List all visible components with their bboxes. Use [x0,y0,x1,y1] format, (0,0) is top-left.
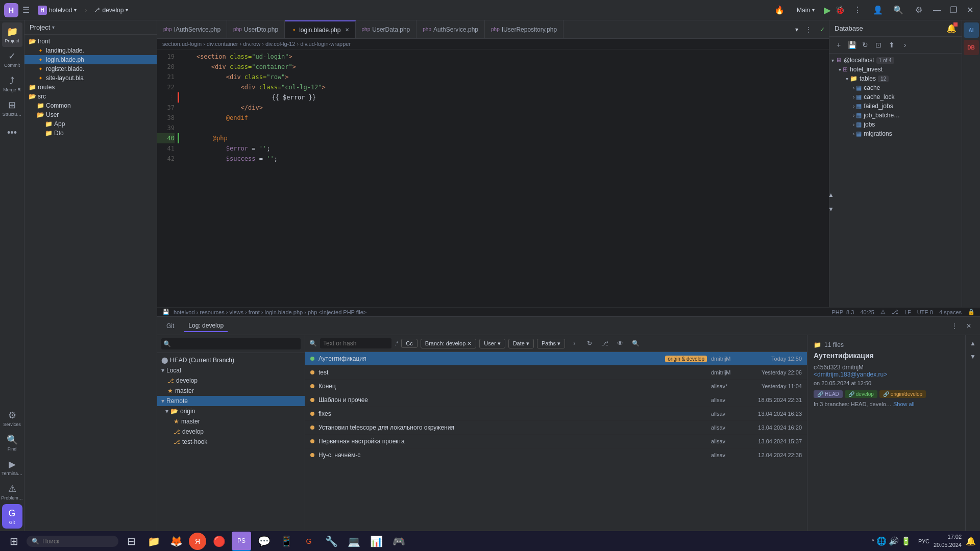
db-schema-item[interactable]: ▾ ⊞ hotel_invest [829,65,962,74]
sidebar-item-project[interactable]: 📁 Project [2,22,22,47]
tab-iuserrepo[interactable]: php IUserRepository.php [485,20,564,39]
paths-filter-button[interactable]: Paths ▾ [537,339,565,348]
commit-row[interactable]: Аутентификация origin & develop dmitrijM… [305,352,807,366]
sidebar-item-git[interactable]: G Git [2,504,22,529]
taskbar-explorer[interactable]: 📁 [144,532,163,551]
taskbar-search-box[interactable]: 🔍 [27,536,118,547]
main-run-selector[interactable]: Main ▾ [792,5,820,16]
branch-filter-button[interactable]: Branch: develop ✕ [421,339,477,348]
git-branch-master[interactable]: ★ master [157,386,305,396]
tabs-more-icon[interactable]: ⋮ [801,26,816,33]
cc-filter-button[interactable]: Cc [401,339,417,348]
tree-item-dto[interactable]: 📁 Dto [24,129,157,138]
sidebar-item-terminal[interactable]: ▶ Termina… [2,455,22,480]
tabs-overflow[interactable]: ▾ [792,26,801,33]
tree-item-user[interactable]: 📂 User [24,110,157,119]
db-tables-folder[interactable]: ▾ 📁 tables 12 [829,74,962,83]
eye-icon[interactable]: 👁 [614,337,626,349]
git-panel-down-icon[interactable]: ▼ [967,350,979,363]
commit-row[interactable]: Первичная настройка проекта allsav 13.04… [305,435,807,448]
git-log-search-input[interactable] [320,338,391,348]
db-notif-icon[interactable]: 🔔 [946,23,957,33]
debug-button[interactable]: 🐞 [835,5,845,15]
search-icon[interactable]: 🔍 [890,2,906,18]
db-datasource-icon[interactable]: 💾 [846,39,858,51]
run-button[interactable]: ▶ [824,5,831,16]
taskbar-excel[interactable]: 📊 [366,532,386,551]
taskbar-terminal[interactable]: 🔧 [322,532,341,551]
git-remote-section[interactable]: ▾ Remote [157,396,305,406]
db-table-jobs[interactable]: › ▦ jobs [829,120,962,129]
tab-close-icon[interactable]: ✕ [345,27,349,33]
profile-icon[interactable]: 👤 [870,2,886,18]
sidebar-item-commit[interactable]: ✓ Commit [2,47,22,71]
tab-userdata[interactable]: php UserData.php [356,20,417,39]
bottom-close-icon[interactable]: ✕ [963,320,975,332]
db-more-icon[interactable]: › [899,39,911,51]
git-origin-develop[interactable]: ⎇ develop [157,427,305,437]
git-origin-item[interactable]: ▾ 📂 origin [157,406,305,416]
branch-filter-close[interactable]: ✕ [467,340,472,346]
taskbar-firefox[interactable]: 🦊 [166,532,186,551]
sidebar-item-find[interactable]: 🔍 Find [2,431,22,455]
git-search-input[interactable] [161,338,301,349]
commit-row[interactable]: Шаблон и прочее allsav 18.05.2024 22:31 [305,393,807,407]
taskbar-app-extra[interactable]: 🎮 [389,532,408,551]
tree-item-login[interactable]: 🔸 login.blade.ph [24,55,157,64]
project-selector[interactable]: H hotelvod ▾ [34,4,81,17]
sidebar-item-more[interactable]: ••• [2,120,22,145]
taskbar-search-input[interactable] [42,538,104,545]
volume-icon[interactable]: 🔊 [889,536,899,546]
commit-row[interactable]: Установил telescope для локального окруж… [305,421,807,435]
db-refresh-icon[interactable]: ↻ [859,39,871,51]
cherry-pick-icon[interactable]: ⎇ [599,337,611,349]
windows-start-button[interactable]: ⊞ [4,532,23,551]
db-table-cache-lock[interactable]: › ▦ cache_lock [829,92,962,102]
tree-item-routes[interactable]: 📁 routes [24,83,157,92]
tree-item-src[interactable]: 📂 src [24,92,157,101]
tree-item-site-layout[interactable]: 🔸 site-layout.bla [24,73,157,83]
ai-quick-button[interactable]: AI [964,22,979,38]
bottom-tab-git[interactable]: Git [162,320,178,332]
git-local-section[interactable]: ▾ Local [157,365,305,375]
commit-row[interactable]: Ну-с, начнём-с allsav 12.04.2024 22:38 [305,448,807,462]
git-origin-master[interactable]: ★ master [157,416,305,427]
db-table-job-batche[interactable]: › ▦ job_batche… [829,111,962,120]
more-options-icon[interactable]: ⋮ [849,2,866,18]
tree-item-register[interactable]: 🔸 register.blade. [24,64,157,73]
keyboard-lang[interactable]: РУС [918,538,929,544]
fire-icon[interactable]: 🔥 [771,2,788,18]
db-add-button[interactable]: + [832,39,845,51]
system-tray[interactable]: ^ 🌐 🔊 🔋 [869,536,914,546]
db-export-icon[interactable]: ⬆ [886,39,898,51]
notifications-button[interactable]: 🔔 [966,536,976,546]
git-head-item[interactable]: ⬤ HEAD (Current Branch) [157,355,305,365]
restore-button[interactable]: ❐ [947,4,960,16]
taskbar-cmd[interactable]: 💻 [344,532,363,551]
bottom-tab-log[interactable]: Log: develop [184,320,228,332]
taskbar-yandex[interactable]: Я [189,533,206,550]
commit-row[interactable]: test dmitrijM Yesterday 22:06 [305,366,807,380]
db-schema-icon[interactable]: ⊡ [872,39,885,51]
taskbar-git[interactable]: G [299,532,318,551]
tab-iauthservice[interactable]: php IAuthService.php [157,20,227,39]
sidebar-item-problems[interactable]: ⚠ Problem… [2,480,22,504]
tree-item-front[interactable]: 📂 front [24,37,157,46]
git-origin-test-hook[interactable]: ⎇ test-hook [157,437,305,447]
refresh-log-icon[interactable]: ↻ [583,337,596,349]
sidebar-item-merge[interactable]: ⤴ Merge R [2,71,22,96]
branch-selector[interactable]: ⎇ develop ▾ [89,5,132,16]
taskbar-chrome[interactable]: 🔴 [209,532,229,551]
expand-more-icon[interactable]: › [568,337,580,349]
taskbar-phpstorm[interactable]: PS [232,532,251,551]
db-table-cache[interactable]: › ▦ cache [829,83,962,92]
settings-icon[interactable]: ⚙ [911,2,927,18]
commit-row[interactable]: fixes allsav 13.04.2024 16:23 [305,407,807,421]
git-branch-develop[interactable]: ⎇ develop [157,375,305,386]
show-all-link[interactable]: Show all [893,401,915,407]
tab-login-blade[interactable]: 🔸 login.blade.php ✕ [285,20,355,39]
sidebar-item-structure[interactable]: ⊞ Structu… [2,96,22,120]
tab-userdto[interactable]: php UserDto.php [227,20,285,39]
search-log-icon[interactable]: 🔍 [629,337,642,349]
close-button[interactable]: ✕ [964,4,976,16]
